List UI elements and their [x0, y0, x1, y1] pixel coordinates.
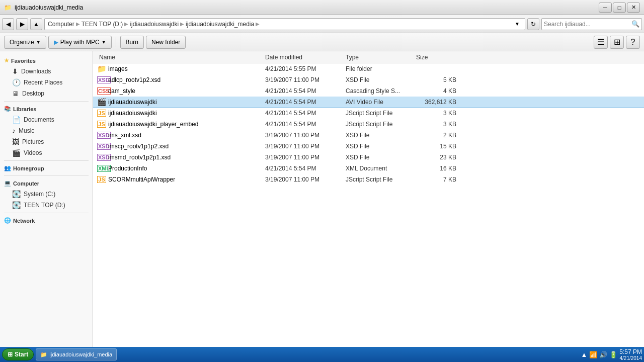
table-row[interactable]: XML ProductionInfo 4/21/2014 5:54 PM XML…	[93, 163, 644, 174]
up-button[interactable]: ▲	[30, 18, 42, 30]
table-row[interactable]: XSD adlcp_rootv1p2.xsd 3/19/2007 11:00 P…	[93, 74, 644, 85]
sort-by-date-button[interactable]: Date modified	[265, 54, 302, 61]
recent-places-label: Recent Places	[24, 79, 62, 86]
search-input[interactable]	[544, 21, 631, 28]
taskbar-folder-icon: 📁	[40, 351, 47, 358]
taskbar-volume-icon[interactable]: 🔊	[599, 351, 607, 358]
sidebar-item-documents[interactable]: 📄 Documents	[0, 114, 93, 125]
toolbar: Organize ▼ ▶ Play with MPC ▼ Burn New fo…	[0, 33, 644, 51]
file-size: 2 KB	[416, 132, 456, 139]
view-details-button[interactable]: ☰	[594, 36, 608, 49]
sidebar-header-computer[interactable]: 💻 Computer	[0, 178, 93, 189]
sort-by-type-button[interactable]: Type	[346, 54, 359, 61]
sidebar-item-desktop[interactable]: 🖥 Desktop	[0, 88, 93, 99]
address-dropdown-button[interactable]: ▼	[513, 20, 522, 29]
sidebar-section-network: 🌐 Network	[0, 215, 93, 226]
sidebar-item-videos[interactable]: 🎬 Videos	[0, 147, 93, 158]
sidebar-item-pictures[interactable]: 🖼 Pictures	[0, 136, 93, 147]
file-name: ims_xml.xsd	[108, 132, 265, 139]
taskbar-clock[interactable]: 5:57 PM 4/21/2014	[619, 348, 642, 361]
taskbar-right: ▲ 📶 🔊 🔋 5:57 PM 4/21/2014	[581, 348, 642, 361]
table-row[interactable]: XSD imscp_rootv1p1p2.xsd 3/19/2007 11:00…	[93, 141, 644, 152]
column-header-type[interactable]: Type	[344, 54, 414, 61]
taskbar-window-button[interactable]: 📁 ijdiauadoiuswajdki_media	[36, 348, 117, 360]
refresh-button[interactable]: ↻	[527, 18, 539, 30]
file-date: 4/21/2014 5:54 PM	[265, 87, 346, 95]
view-icons-button[interactable]: ⊞	[610, 36, 624, 49]
sidebar-header-homegroup[interactable]: 👥 Homegroup	[0, 163, 93, 173]
file-date: 3/19/2007 11:00 PM	[265, 143, 346, 150]
file-name: ijdiauadoiuswajdki	[108, 99, 265, 106]
computer-icon: 💻	[4, 180, 11, 187]
sidebar-item-downloads[interactable]: ⬇ Downloads	[0, 66, 93, 77]
file-rows-container: 📁 images 4/21/2014 5:55 PM File folder X…	[93, 63, 644, 185]
taskbar-window-label: ijdiauadoiuswajdki_media	[49, 351, 112, 357]
breadcrumb-current[interactable]: ijdiauadoiuswajdki_media	[186, 21, 254, 28]
sidebar-header-favorites[interactable]: ★ Favorites	[0, 55, 93, 66]
sort-by-name-button[interactable]: Name	[99, 54, 115, 61]
sidebar-header-libraries[interactable]: 📚 Libraries	[0, 104, 93, 114]
organize-button[interactable]: Organize ▼	[4, 36, 46, 49]
file-size: 3 KB	[416, 110, 456, 117]
favorites-icon: ★	[4, 57, 9, 64]
folder-icon: 📁	[97, 64, 107, 73]
sort-by-size-button[interactable]: Size	[416, 54, 428, 61]
start-button[interactable]: ⊞ Start	[2, 348, 34, 360]
file-date: 3/19/2007 11:00 PM	[265, 154, 346, 161]
homegroup-label: Homegroup	[13, 165, 44, 171]
new-folder-button[interactable]: New folder	[146, 36, 186, 49]
taskbar-battery-icon[interactable]: 🔋	[609, 351, 617, 358]
breadcrumb-teen-top[interactable]: TEEN TOP (D:)	[82, 21, 123, 28]
help-button[interactable]: ?	[626, 36, 640, 49]
sidebar-item-recent-places[interactable]: 🕐 Recent Places	[0, 77, 93, 88]
forward-button[interactable]: ▶	[16, 18, 28, 30]
file-area: Name Date modified Type Size 📁 images 4/…	[93, 51, 644, 347]
sidebar-item-teen-top-d[interactable]: 💽 TEEN TOP (D:)	[0, 200, 93, 211]
file-date: 4/21/2014 5:54 PM	[265, 121, 346, 128]
breadcrumb-folder[interactable]: ijdiauadoiuswajdki	[130, 21, 179, 28]
breadcrumb-computer[interactable]: Computer	[48, 21, 74, 28]
teen-top-d-icon: 💽	[12, 201, 21, 209]
burn-button[interactable]: Burn	[120, 36, 144, 49]
file-date: 4/21/2014 5:54 PM	[265, 99, 346, 106]
sidebar-header-network[interactable]: 🌐 Network	[0, 215, 93, 226]
videos-icon: 🎬	[12, 149, 21, 157]
new-folder-label: New folder	[151, 39, 180, 46]
maximize-button[interactable]: □	[613, 3, 626, 13]
search-icon[interactable]: 🔍	[631, 20, 639, 28]
breadcrumb-sep-3: ▶	[180, 21, 184, 27]
table-row[interactable]: 🎬 ijdiauadoiuswajdki 4/21/2014 5:54 PM A…	[93, 97, 644, 108]
column-header-date[interactable]: Date modified	[263, 54, 344, 61]
sidebar-item-system-c[interactable]: 💽 System (C:)	[0, 189, 93, 200]
back-button[interactable]: ◀	[2, 18, 14, 30]
table-row[interactable]: XSD ims_xml.xsd 3/19/2007 11:00 PM XSD F…	[93, 130, 644, 141]
network-label: Network	[13, 218, 35, 224]
file-name: imscp_rootv1p1p2.xsd	[108, 143, 265, 150]
close-button[interactable]: ✕	[627, 3, 640, 13]
taskbar-arrow-icon[interactable]: ▲	[581, 351, 587, 358]
downloads-label: Downloads	[21, 68, 51, 75]
table-row[interactable]: JS SCORMmultiApiWrapper 3/19/2007 11:00 …	[93, 174, 644, 185]
breadcrumb-sep-4: ▶	[256, 21, 260, 27]
file-date: 3/19/2007 11:00 PM	[265, 132, 346, 139]
column-header-size[interactable]: Size	[414, 54, 454, 61]
taskbar-network-icon[interactable]: 📶	[589, 351, 597, 358]
system-c-label: System (C:)	[24, 191, 55, 198]
table-row[interactable]: XSD imsmd_rootv1p2p1.xsd 3/19/2007 11:00…	[93, 152, 644, 163]
sidebar-section-favorites: ★ Favorites ⬇ Downloads 🕐 Recent Places …	[0, 55, 93, 99]
file-name: SCORMmultiApiWrapper	[108, 176, 265, 183]
table-row[interactable]: 📁 images 4/21/2014 5:55 PM File folder	[93, 63, 644, 74]
minimize-button[interactable]: ─	[599, 3, 612, 13]
play-with-mpc-button[interactable]: ▶ Play with MPC ▼	[48, 36, 112, 49]
file-type: XML Document	[346, 165, 416, 172]
file-type: XSD File	[346, 132, 416, 139]
table-row[interactable]: JS ijdiauadoiuswajdki_player_embed 4/21/…	[93, 119, 644, 130]
file-name: imsmd_rootv1p2p1.xsd	[108, 154, 265, 161]
table-row[interactable]: JS ijdiauadoiuswajdki 4/21/2014 5:54 PM …	[93, 108, 644, 119]
file-size: 7 KB	[416, 176, 456, 183]
column-header-name[interactable]: Name	[97, 54, 263, 61]
music-label: Music	[19, 127, 34, 134]
sidebar-item-music[interactable]: ♪ Music	[0, 125, 93, 136]
table-row[interactable]: CSS cam_style 4/21/2014 5:54 PM Cascadin…	[93, 85, 644, 97]
file-date: 3/19/2007 11:00 PM	[265, 176, 346, 183]
